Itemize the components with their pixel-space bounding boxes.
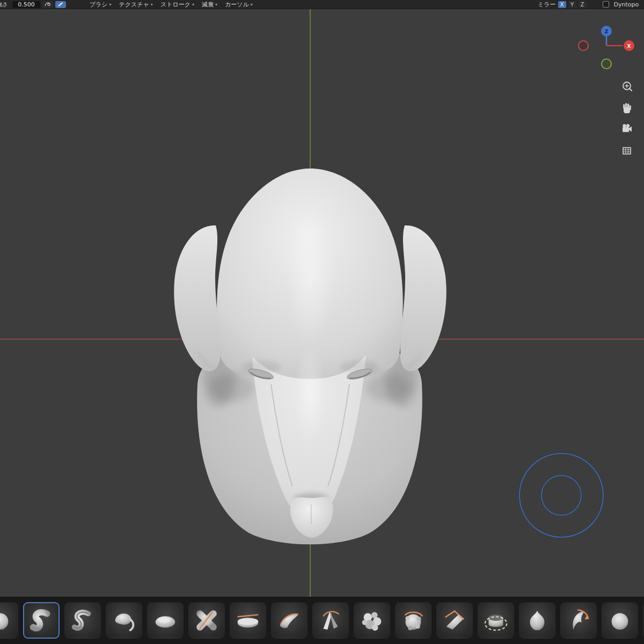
header-right-group: ミラー X Y Z Dyntopo	[538, 0, 639, 9]
gizmo-neg-x-axis[interactable]	[579, 41, 588, 50]
pressure-curve-icon[interactable]	[42, 1, 53, 8]
brush-tile-11-blade-angle[interactable]	[436, 602, 473, 639]
swirl-brush-icon	[27, 606, 56, 635]
brush-tile-6-disc-line[interactable]	[230, 602, 266, 639]
brush-tile-7-scoop[interactable]	[271, 602, 308, 639]
disc-line-brush-icon	[233, 606, 262, 635]
strength-field[interactable]: 0.500	[12, 1, 40, 8]
header-menus: ブラシ▾ テクスチャ▾ ストローク▾ 減衰▾ カーソル▾	[90, 1, 253, 9]
gizmo-z-label: Z	[605, 29, 609, 34]
viewport-nav-tools	[623, 82, 632, 154]
brush-tile-2-swirl-sharp[interactable]	[64, 602, 101, 639]
sphere-brush-icon	[0, 606, 14, 635]
brush-tile-15-sphere[interactable]	[602, 602, 638, 639]
bubbles-brush-icon	[357, 606, 386, 635]
hook-brush-icon	[564, 606, 593, 635]
mirror-z-button[interactable]: Z	[579, 1, 587, 8]
brush-cursor	[519, 453, 603, 537]
brush-tile-12-dashed-pot[interactable]	[478, 602, 514, 639]
brush-tile-4-flat-patch[interactable]	[147, 602, 184, 639]
nav-gizmo[interactable]: Z X	[579, 26, 634, 69]
zoom-icon[interactable]	[623, 82, 632, 91]
flat-patch-brush-icon	[151, 606, 180, 635]
dyntopo-label: Dyntopo	[614, 1, 639, 8]
brush-tile-0-sphere[interactable]	[0, 602, 18, 639]
sculpt-model-dog-head[interactable]	[174, 169, 447, 544]
dog-left-ear	[174, 225, 220, 371]
menu-cursor[interactable]: カーソル▾	[225, 1, 253, 9]
grid-icon[interactable]	[623, 148, 631, 154]
camera-icon[interactable]	[623, 124, 632, 132]
brush-tile-9-bubbles[interactable]	[354, 602, 390, 639]
swirl-sharp-brush-icon	[68, 606, 97, 635]
brush-tile-3-tail-blob[interactable]	[106, 602, 142, 639]
3d-viewport[interactable]: Z X	[0, 9, 644, 597]
brush-tile-5-cross-strokes[interactable]	[188, 602, 225, 639]
blade-angle-brush-icon	[440, 606, 469, 635]
brush-tile-14-hook[interactable]	[560, 602, 597, 639]
strength-label: 強さ	[0, 1, 8, 9]
chevron-down-icon: ▾	[251, 2, 253, 7]
brush-tile-10-rough-sphere[interactable]	[395, 602, 431, 639]
menu-stroke[interactable]: ストローク▾	[160, 1, 194, 9]
strength-value: 0.500	[18, 1, 35, 8]
hand-icon[interactable]	[623, 103, 631, 113]
menu-brush[interactable]: ブラシ▾	[90, 1, 112, 9]
dog-right-ear	[400, 225, 447, 371]
rough-sphere-brush-icon	[399, 606, 428, 635]
pressure-toggle-button[interactable]	[55, 1, 66, 8]
chevron-down-icon: ▾	[192, 2, 194, 7]
dyntopo-checkbox[interactable]	[603, 1, 609, 8]
mirror-y-button[interactable]: Y	[568, 1, 576, 8]
menu-texture[interactable]: テクスチャ▾	[119, 1, 153, 9]
scoop-brush-icon	[275, 606, 304, 635]
chevron-down-icon: ▾	[151, 2, 153, 7]
gizmo-x-label: X	[627, 43, 631, 49]
brush-tile-1-swirl[interactable]	[23, 602, 60, 639]
menu-falloff[interactable]: 減衰▾	[202, 1, 217, 9]
crease-brush-icon	[316, 606, 345, 635]
mirror-x-button[interactable]: X	[558, 1, 566, 8]
brush-toolbar	[0, 597, 644, 644]
chevron-down-icon: ▾	[109, 2, 112, 7]
brush-tile-13-pear[interactable]	[519, 602, 555, 639]
brush-tile-8-crease[interactable]	[312, 602, 349, 639]
sphere-brush-icon	[605, 606, 634, 635]
chevron-down-icon: ▾	[215, 2, 217, 7]
dashed-pot-brush-icon	[481, 606, 510, 635]
gizmo-neg-y-axis[interactable]	[602, 59, 611, 69]
pear-brush-icon	[523, 606, 552, 635]
mirror-label: ミラー	[538, 1, 556, 9]
tail-blob-brush-icon	[109, 606, 138, 635]
brush-toolbar-row	[0, 602, 644, 639]
sculpt-header: 強さ 0.500 ブラシ▾ テクスチャ▾ ストローク▾ 減衰▾ カーソル▾ ミラ…	[0, 0, 644, 9]
cross-strokes-brush-icon	[192, 606, 221, 635]
